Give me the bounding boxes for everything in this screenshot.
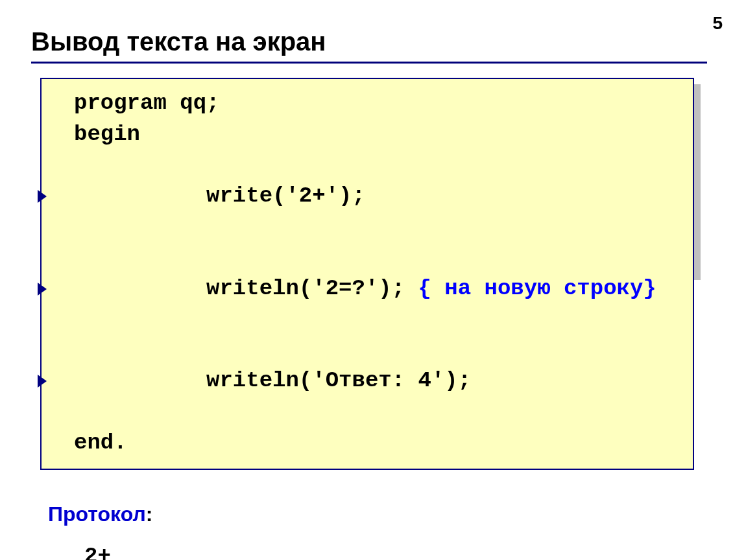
code-text: writeln('Ответ: 4'); xyxy=(180,368,471,393)
protocol-label-text: Протокол xyxy=(48,502,146,526)
bullet-marker-icon xyxy=(38,283,47,296)
slide: 5 Вывод текста на экран program qq; begi… xyxy=(0,0,746,560)
slide-title: Вывод текста на экран xyxy=(31,27,707,56)
code-text: writeln('2=?'); xyxy=(180,276,418,301)
protocol-output: 2+ Ответ: 4 xyxy=(84,538,707,560)
code-text: write('2+'); xyxy=(180,183,365,208)
protocol-label: Протокол: xyxy=(48,502,152,526)
bullet-marker-icon xyxy=(38,190,47,203)
code-box: program qq; begin write('2+'); writeln('… xyxy=(40,78,694,470)
code-line: program qq; xyxy=(74,88,680,119)
code-line: writeln('Ответ: 4'); xyxy=(74,335,680,428)
protocol-colon: : xyxy=(146,502,153,526)
code-line: end. xyxy=(74,428,680,459)
code-line: begin xyxy=(74,119,680,150)
bullet-marker-icon xyxy=(38,375,47,388)
code-line: write('2+'); xyxy=(74,150,680,242)
page-number: 5 xyxy=(712,13,723,34)
title-underline xyxy=(31,62,707,64)
code-line: writeln('2=?'); { на новую строку} xyxy=(74,242,680,335)
output-line: 2+ xyxy=(84,538,707,560)
code-block: program qq; begin write('2+'); writeln('… xyxy=(40,78,707,470)
code-comment: { на новую строку} xyxy=(418,276,656,301)
protocol-section: Протокол: 2+ Ответ: 4 xyxy=(48,502,707,560)
